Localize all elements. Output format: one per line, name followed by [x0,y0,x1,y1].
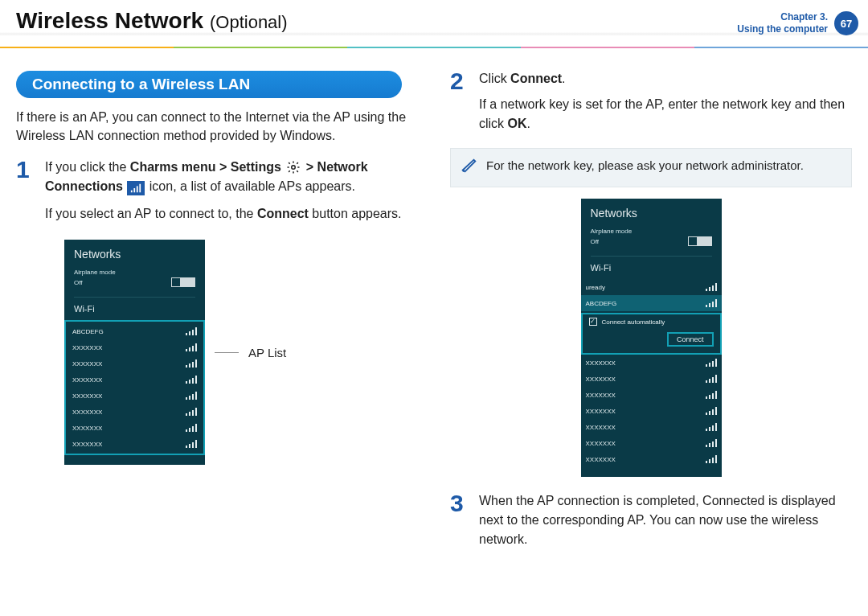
ap-row[interactable]: XXXXXXX [68,372,202,388]
ap-ssid: XXXXXXX [586,440,616,447]
wifi-signal-icon [706,439,717,447]
auto-connect-label: Connect automatically [602,318,665,326]
wifi-signal-icon [706,391,717,399]
ap-row[interactable]: XXXXXXX [581,435,722,451]
wifi-signal-icon [706,299,717,307]
step2-c: . [562,72,565,85]
wifi-signal-icon [706,375,717,383]
ap-ssid: XXXXXXX [72,441,102,448]
panel-b-title: Networks [591,207,712,220]
page-header: Wireless Network (Optional) Chapter 3. U… [0,0,868,48]
step3-text: When the AP connection is completed, Con… [479,494,836,546]
ap-row[interactable]: XXXXXXX [68,388,202,404]
step1-text-d: icon, a list of available APs appears. [149,179,355,193]
ap-ssid: XXXXXXX [72,344,102,351]
ap-ssid: XXXXXXX [586,456,616,463]
ap-row[interactable]: XXXXXXX [581,451,722,467]
ap-row[interactable]: XXXXXXX [581,387,722,403]
networks-panel-b: Networks Airplane mode Off Wi-Fi ureadyA… [581,199,722,477]
top-divider [0,47,868,48]
wifi-signal-icon [706,423,717,431]
ap-row[interactable]: XXXXXXX [581,419,722,435]
title-main: Wireless Network [16,8,203,33]
left-column: Connecting to a Wireless LAN If there is… [16,64,418,549]
ap-row[interactable]: XXXXXXX [68,420,202,436]
panel-a-title: Networks [74,248,195,261]
ap-ssid: XXXXXXX [586,359,616,367]
wifi-signal-icon [706,283,717,291]
right-column: 2 Click Connect. If a network key is set… [450,64,852,549]
networks-panel-a: Networks Airplane mode Off Wi-Fi ABCDEFG… [64,240,205,465]
svg-rect-3 [137,187,138,193]
ap-ssid: XXXXXXX [72,392,102,400]
ap-ssid: ABCDEFG [72,328,104,335]
ap-row[interactable]: XXXXXXX [581,355,722,371]
ap-row[interactable]: XXXXXXX [68,339,202,355]
ap-list-callout-label: AP List [248,346,286,359]
intro-text: If there is an AP, you can connect to th… [16,108,418,145]
ap-ssid: XXXXXXX [72,425,102,432]
step1-line2-a: If you select an AP to connect to, the [45,207,257,220]
wifi-signal-icon [706,455,717,463]
step2-b: Connect [510,72,562,85]
step-2-number: 2 [450,69,471,133]
svg-rect-1 [131,191,133,193]
panel-a-off-label: Off [74,279,83,286]
airplane-mode-toggle-b[interactable] [688,236,712,246]
ap-ssid: XXXXXXX [586,424,616,431]
panel-a-airplane-label: Airplane mode [74,269,195,276]
airplane-mode-toggle[interactable] [171,277,195,287]
connect-button[interactable]: Connect [667,332,714,347]
step-1: 1 If you click the Charms menu > Setting… [16,158,418,224]
wifi-signal-icon [186,359,197,368]
ap-row[interactable]: XXXXXXX [581,371,722,387]
ap-row[interactable]: uready [581,279,722,295]
figure-step1: Networks Airplane mode Off Wi-Fi ABCDEFG… [64,240,418,465]
page-number-badge: 67 [834,11,858,35]
wifi-signal-icon [186,376,197,384]
ap-ssid: XXXXXXX [586,392,616,399]
ap-row[interactable]: XXXXXXX [581,403,722,419]
title-suffix: (Optional) [210,12,288,32]
ap-ssid: XXXXXXX [72,409,102,416]
step1-text-b: Charms menu > Settings [130,160,285,174]
step-3-number: 3 [450,491,471,549]
wifi-signal-icon [186,343,197,351]
callout-line [215,352,239,353]
section-heading: Connecting to a Wireless LAN [16,71,402,98]
wifi-signal-icon [186,408,197,416]
wifi-signal-icon [186,440,197,448]
wifi-signal-icon [186,392,197,400]
step-3: 3 When the AP connection is completed, C… [450,491,852,549]
panel-a-wifi-label: Wi-Fi [74,304,195,314]
ap-row[interactable]: ABCDEFG [68,323,202,339]
step1-text-a: If you click the [45,160,130,174]
ap-row[interactable]: ABCDEFG [581,295,722,311]
ap-list-box: ABCDEFGXXXXXXXXXXXXXXXXXXXXXXXXXXXXXXXXX… [64,320,205,455]
panel-b-off-label: Off [591,238,600,245]
step2-2a: If a network key is set for the AP, ente… [479,97,845,130]
auto-connect-checkbox[interactable]: ✓ [589,318,597,326]
panel-b-airplane-label: Airplane mode [591,228,712,235]
wifi-signal-icon [186,327,197,335]
ap-row[interactable]: XXXXXXX [68,436,202,452]
ap-row[interactable]: XXXXXXX [68,404,202,420]
connect-block: ✓ Connect automatically Connect [581,313,722,355]
ap-ssid: XXXXXXX [586,376,616,383]
wifi-signal-icon [186,424,197,432]
step1-line2-b: Connect [257,207,309,220]
step-2: 2 Click Connect. If a network key is set… [450,69,852,133]
ap-ssid: uready [586,284,605,291]
panel-b-wifi-label: Wi-Fi [591,263,712,273]
svg-rect-4 [140,184,141,193]
header-chapter-block: Chapter 3. Using the computer 67 [737,11,858,35]
wifi-signal-icon [706,407,717,415]
wifi-signal-icon [706,359,717,367]
step2-a: Click [479,72,510,85]
ap-row[interactable]: XXXXXXX [68,355,202,372]
step-1-number: 1 [16,158,37,224]
settings-gear-icon [285,159,301,175]
chapter-line-1: Chapter 3. [737,11,828,23]
step2-2c: . [527,117,530,130]
step1-line2-c: button appears. [312,207,401,220]
